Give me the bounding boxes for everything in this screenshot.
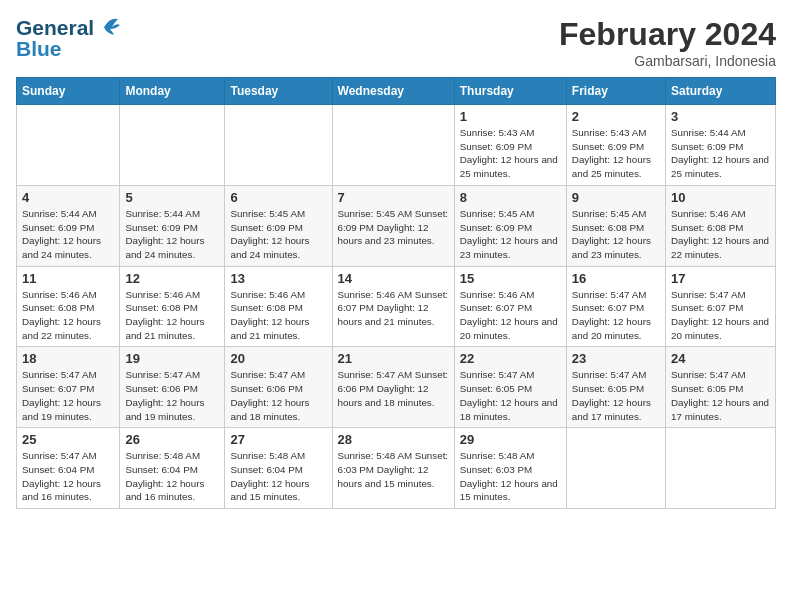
sub-title: Gambarsari, Indonesia [559,53,776,69]
week-row-1: 1Sunrise: 5:43 AM Sunset: 6:09 PM Daylig… [17,105,776,186]
day-info: Sunrise: 5:47 AM Sunset: 6:07 PM Dayligh… [671,288,770,343]
day-cell: 15Sunrise: 5:46 AM Sunset: 6:07 PM Dayli… [454,266,566,347]
logo-general: General [16,16,94,39]
day-number: 11 [22,271,114,286]
day-cell: 25Sunrise: 5:47 AM Sunset: 6:04 PM Dayli… [17,428,120,509]
day-number: 8 [460,190,561,205]
day-cell: 29Sunrise: 5:48 AM Sunset: 6:03 PM Dayli… [454,428,566,509]
main-title: February 2024 [559,16,776,53]
header-thursday: Thursday [454,78,566,105]
day-info: Sunrise: 5:46 AM Sunset: 6:07 PM Dayligh… [460,288,561,343]
day-info: Sunrise: 5:47 AM Sunset: 6:05 PM Dayligh… [460,368,561,423]
day-info: Sunrise: 5:47 AM Sunset: 6:05 PM Dayligh… [671,368,770,423]
day-cell: 3Sunrise: 5:44 AM Sunset: 6:09 PM Daylig… [666,105,776,186]
day-cell: 1Sunrise: 5:43 AM Sunset: 6:09 PM Daylig… [454,105,566,186]
day-info: Sunrise: 5:45 AM Sunset: 6:09 PM Dayligh… [230,207,326,262]
day-cell: 7Sunrise: 5:45 AM Sunset: 6:09 PM Daylig… [332,185,454,266]
day-info: Sunrise: 5:46 AM Sunset: 6:08 PM Dayligh… [22,288,114,343]
logo-bird-icon [96,13,122,39]
day-number: 24 [671,351,770,366]
day-cell: 22Sunrise: 5:47 AM Sunset: 6:05 PM Dayli… [454,347,566,428]
day-cell: 2Sunrise: 5:43 AM Sunset: 6:09 PM Daylig… [566,105,665,186]
day-cell: 5Sunrise: 5:44 AM Sunset: 6:09 PM Daylig… [120,185,225,266]
day-number: 1 [460,109,561,124]
day-number: 5 [125,190,219,205]
day-info: Sunrise: 5:47 AM Sunset: 6:07 PM Dayligh… [22,368,114,423]
title-block: February 2024 Gambarsari, Indonesia [559,16,776,69]
day-number: 15 [460,271,561,286]
day-cell: 24Sunrise: 5:47 AM Sunset: 6:05 PM Dayli… [666,347,776,428]
header-saturday: Saturday [666,78,776,105]
day-cell: 20Sunrise: 5:47 AM Sunset: 6:06 PM Dayli… [225,347,332,428]
day-cell: 12Sunrise: 5:46 AM Sunset: 6:08 PM Dayli… [120,266,225,347]
day-number: 26 [125,432,219,447]
day-cell [332,105,454,186]
day-cell: 10Sunrise: 5:46 AM Sunset: 6:08 PM Dayli… [666,185,776,266]
day-info: Sunrise: 5:43 AM Sunset: 6:09 PM Dayligh… [460,126,561,181]
day-info: Sunrise: 5:43 AM Sunset: 6:09 PM Dayligh… [572,126,660,181]
day-number: 16 [572,271,660,286]
day-info: Sunrise: 5:46 AM Sunset: 6:08 PM Dayligh… [230,288,326,343]
day-number: 18 [22,351,114,366]
day-info: Sunrise: 5:47 AM Sunset: 6:04 PM Dayligh… [22,449,114,504]
header-friday: Friday [566,78,665,105]
day-cell: 16Sunrise: 5:47 AM Sunset: 6:07 PM Dayli… [566,266,665,347]
day-cell [225,105,332,186]
day-number: 21 [338,351,449,366]
day-cell: 9Sunrise: 5:45 AM Sunset: 6:08 PM Daylig… [566,185,665,266]
day-number: 10 [671,190,770,205]
calendar-header-row: SundayMondayTuesdayWednesdayThursdayFrid… [17,78,776,105]
day-cell: 11Sunrise: 5:46 AM Sunset: 6:08 PM Dayli… [17,266,120,347]
header-tuesday: Tuesday [225,78,332,105]
day-cell: 21Sunrise: 5:47 AM Sunset: 6:06 PM Dayli… [332,347,454,428]
day-number: 28 [338,432,449,447]
day-cell: 28Sunrise: 5:48 AM Sunset: 6:03 PM Dayli… [332,428,454,509]
day-cell [120,105,225,186]
day-number: 14 [338,271,449,286]
day-number: 19 [125,351,219,366]
week-row-2: 4Sunrise: 5:44 AM Sunset: 6:09 PM Daylig… [17,185,776,266]
day-cell: 4Sunrise: 5:44 AM Sunset: 6:09 PM Daylig… [17,185,120,266]
day-info: Sunrise: 5:45 AM Sunset: 6:09 PM Dayligh… [460,207,561,262]
day-number: 17 [671,271,770,286]
calendar-table: SundayMondayTuesdayWednesdayThursdayFrid… [16,77,776,509]
day-number: 9 [572,190,660,205]
day-number: 2 [572,109,660,124]
day-info: Sunrise: 5:48 AM Sunset: 6:04 PM Dayligh… [125,449,219,504]
day-number: 7 [338,190,449,205]
day-info: Sunrise: 5:47 AM Sunset: 6:06 PM Dayligh… [338,368,449,409]
day-info: Sunrise: 5:44 AM Sunset: 6:09 PM Dayligh… [125,207,219,262]
day-cell: 23Sunrise: 5:47 AM Sunset: 6:05 PM Dayli… [566,347,665,428]
week-row-3: 11Sunrise: 5:46 AM Sunset: 6:08 PM Dayli… [17,266,776,347]
day-info: Sunrise: 5:46 AM Sunset: 6:08 PM Dayligh… [671,207,770,262]
day-cell: 14Sunrise: 5:46 AM Sunset: 6:07 PM Dayli… [332,266,454,347]
logo-blue: Blue [16,37,122,60]
day-number: 4 [22,190,114,205]
day-cell: 8Sunrise: 5:45 AM Sunset: 6:09 PM Daylig… [454,185,566,266]
day-info: Sunrise: 5:48 AM Sunset: 6:03 PM Dayligh… [460,449,561,504]
day-cell: 27Sunrise: 5:48 AM Sunset: 6:04 PM Dayli… [225,428,332,509]
day-cell: 17Sunrise: 5:47 AM Sunset: 6:07 PM Dayli… [666,266,776,347]
day-cell: 13Sunrise: 5:46 AM Sunset: 6:08 PM Dayli… [225,266,332,347]
week-row-4: 18Sunrise: 5:47 AM Sunset: 6:07 PM Dayli… [17,347,776,428]
day-cell: 26Sunrise: 5:48 AM Sunset: 6:04 PM Dayli… [120,428,225,509]
day-cell: 19Sunrise: 5:47 AM Sunset: 6:06 PM Dayli… [120,347,225,428]
header-monday: Monday [120,78,225,105]
day-info: Sunrise: 5:45 AM Sunset: 6:09 PM Dayligh… [338,207,449,248]
day-number: 12 [125,271,219,286]
day-info: Sunrise: 5:47 AM Sunset: 6:06 PM Dayligh… [230,368,326,423]
day-number: 23 [572,351,660,366]
day-number: 22 [460,351,561,366]
day-number: 13 [230,271,326,286]
day-cell [666,428,776,509]
day-cell: 6Sunrise: 5:45 AM Sunset: 6:09 PM Daylig… [225,185,332,266]
day-number: 27 [230,432,326,447]
day-cell [17,105,120,186]
header-sunday: Sunday [17,78,120,105]
day-info: Sunrise: 5:47 AM Sunset: 6:05 PM Dayligh… [572,368,660,423]
logo: General Blue [16,16,122,60]
day-cell: 18Sunrise: 5:47 AM Sunset: 6:07 PM Dayli… [17,347,120,428]
day-cell [566,428,665,509]
day-info: Sunrise: 5:47 AM Sunset: 6:06 PM Dayligh… [125,368,219,423]
day-info: Sunrise: 5:44 AM Sunset: 6:09 PM Dayligh… [22,207,114,262]
